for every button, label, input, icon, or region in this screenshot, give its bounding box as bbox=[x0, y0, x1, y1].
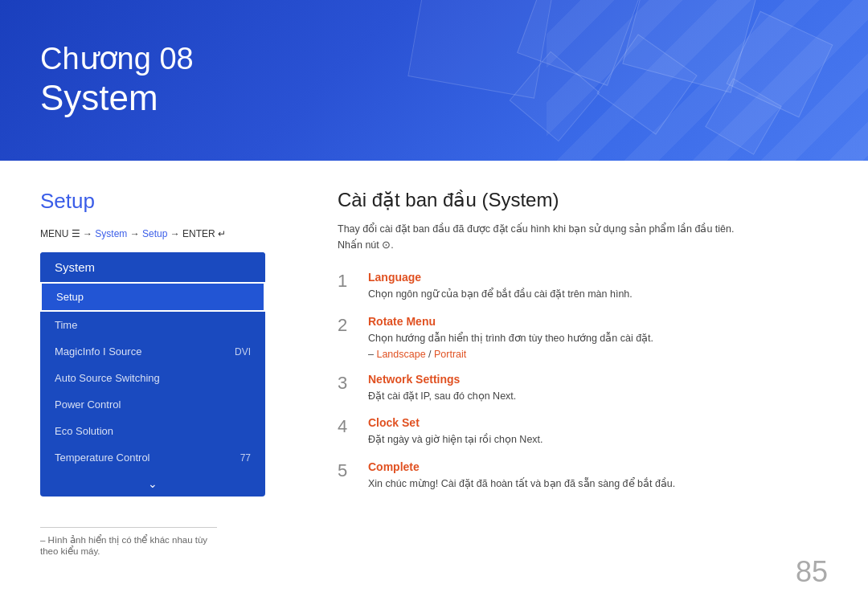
menu-item-value: DVI bbox=[235, 346, 251, 358]
desc-line2: Nhấn nút ⊙. bbox=[338, 239, 394, 251]
step-number: 1 bbox=[338, 271, 354, 292]
steps-list: 1 Language Chọn ngôn ngữ của bạn để bắt … bbox=[338, 271, 828, 492]
step-number: 5 bbox=[338, 460, 354, 481]
step-content: Complete Xin chúc mừng! Cài đặt đã hoàn … bbox=[368, 460, 828, 492]
menu-item[interactable]: MagicInfo I SourceDVI bbox=[40, 338, 265, 365]
step-number: 3 bbox=[338, 373, 354, 394]
step-sub: – Landscape / Portrait bbox=[368, 349, 828, 360]
system-link[interactable]: System bbox=[95, 228, 127, 239]
step-number: 2 bbox=[338, 315, 354, 336]
step-content: Network Settings Đặt cài đặt IP, sau đó … bbox=[368, 373, 828, 404]
right-panel: Cài đặt ban đầu (System) Thay đổi cài đặ… bbox=[338, 189, 828, 505]
step-text: Chọn ngôn ngữ của bạn để bắt đầu cài đặt… bbox=[368, 287, 828, 302]
step-heading: Language bbox=[368, 271, 828, 284]
page-header: Chương 08 System bbox=[0, 0, 868, 161]
step-text: Chọn hướng dẫn hiển thị trình đơn tùy th… bbox=[368, 331, 828, 346]
menu-item[interactable]: Setup bbox=[40, 282, 265, 312]
step-item: 3 Network Settings Đặt cài đặt IP, sau đ… bbox=[338, 373, 828, 404]
menu-item[interactable]: Eco Solution bbox=[40, 418, 265, 444]
step-item: 1 Language Chọn ngôn ngữ của bạn để bắt … bbox=[338, 271, 828, 302]
menu-item-label: MagicInfo I Source bbox=[55, 345, 141, 358]
step-heading: Network Settings bbox=[368, 373, 828, 386]
header-title: Chương 08 System bbox=[40, 41, 194, 120]
menu-path: MENU ☰ → System → Setup → ENTER ↵ bbox=[40, 228, 289, 239]
footer-note: – Hình ảnh hiển thị có thể khác nhau tùy… bbox=[40, 527, 217, 557]
step-text: Đặt cài đặt IP, sau đó chọn Next. bbox=[368, 389, 828, 404]
step-heading: Complete bbox=[368, 460, 828, 473]
setup-link[interactable]: Setup bbox=[142, 228, 167, 239]
menu-item[interactable]: Temperature Control77 bbox=[40, 444, 265, 471]
right-description: Thay đổi cài đặt ban đầu đã được đặt cấu… bbox=[338, 221, 828, 253]
menu-item-label: Time bbox=[55, 319, 77, 331]
step-content: Clock Set Đặt ngày và giờ hiện tại rồi c… bbox=[368, 416, 828, 447]
step-text: Đặt ngày và giờ hiện tại rồi chọn Next. bbox=[368, 432, 828, 447]
menu-box: System SetupTimeMagicInfo I SourceDVIAut… bbox=[40, 252, 265, 497]
page-number: 85 bbox=[796, 555, 828, 589]
step-item: 4 Clock Set Đặt ngày và giờ hiện tại rồi… bbox=[338, 416, 828, 447]
left-panel: Setup MENU ☰ → System → Setup → ENTER ↵ … bbox=[40, 189, 289, 505]
step-content: Language Chọn ngôn ngữ của bạn để bắt đầ… bbox=[368, 271, 828, 302]
menu-header-label: System bbox=[40, 252, 265, 282]
system-label: System bbox=[40, 77, 194, 120]
right-title: Cài đặt ban đầu (System) bbox=[338, 189, 828, 211]
desc-line1: Thay đổi cài đặt ban đầu đã được đặt cấu… bbox=[338, 223, 735, 235]
step-heading: Rotate Menu bbox=[368, 315, 828, 328]
menu-item-label: Setup bbox=[56, 291, 84, 303]
step-text: Xin chúc mừng! Cài đặt đã hoàn tất và bạ… bbox=[368, 476, 828, 492]
menu-item-label: Temperature Control bbox=[55, 452, 150, 464]
menu-chevron-icon[interactable]: ⌄ bbox=[40, 471, 265, 497]
step-heading: Clock Set bbox=[368, 416, 828, 429]
menu-item-label: Eco Solution bbox=[55, 425, 113, 437]
menu-item[interactable]: Auto Source Switching bbox=[40, 365, 265, 391]
section-title: Setup bbox=[40, 189, 289, 214]
menu-item[interactable]: Power Control bbox=[40, 391, 265, 418]
menu-item-label: Power Control bbox=[55, 398, 121, 411]
step-content: Rotate Menu Chọn hướng dẫn hiển thị trìn… bbox=[368, 315, 828, 360]
menu-item-value: 77 bbox=[240, 452, 251, 464]
step-item: 2 Rotate Menu Chọn hướng dẫn hiển thị tr… bbox=[338, 315, 828, 360]
step-item: 5 Complete Xin chúc mừng! Cài đặt đã hoà… bbox=[338, 460, 828, 492]
menu-item-label: Auto Source Switching bbox=[55, 372, 160, 384]
step-number: 4 bbox=[338, 416, 354, 437]
menu-items-container: SetupTimeMagicInfo I SourceDVIAuto Sourc… bbox=[40, 282, 265, 471]
chapter-label: Chương 08 bbox=[40, 41, 194, 78]
menu-item[interactable]: Time bbox=[40, 312, 265, 338]
